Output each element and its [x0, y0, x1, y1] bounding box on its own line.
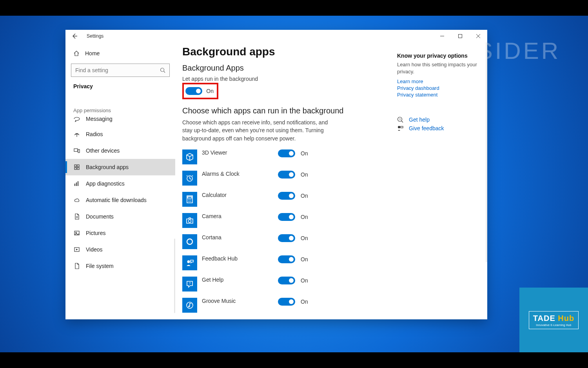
app-toggle-state: On [301, 193, 308, 199]
link-learn-more[interactable]: Learn more [397, 78, 483, 84]
sidebar-item-label: Videos [86, 246, 103, 253]
link-privacy-statement[interactable]: Privacy statement [397, 92, 483, 98]
sidebar-item-file-system[interactable]: File system [65, 258, 175, 274]
app-toggle-state: On [301, 214, 308, 220]
sidebar-item-automatic-file-downloads[interactable]: Automatic file downloads [65, 192, 175, 208]
content-area: Background apps Background Apps Let apps… [175, 42, 487, 319]
toggle-knob-icon [196, 89, 201, 93]
toggle-knob-icon [289, 299, 294, 304]
app-name-label: Calculator [202, 192, 276, 198]
music-icon [182, 298, 197, 313]
sidebar: Home Privacy App permissions MessagingRa… [65, 42, 175, 319]
app-toggle-state: On [301, 299, 308, 305]
app-toggle[interactable] [278, 255, 295, 263]
tadehub-tagline: Innovative E-Learning Hub [533, 324, 574, 326]
help-icon: ? [182, 277, 197, 291]
sidebar-item-radios[interactable]: Radios [65, 126, 175, 142]
cloud-icon [73, 197, 80, 203]
give-feedback-row[interactable]: Give feedback [397, 125, 483, 131]
home-nav-item[interactable]: Home [65, 46, 175, 61]
sidebar-item-pictures[interactable]: Pictures [65, 225, 175, 241]
svg-rect-9 [74, 165, 76, 167]
main-column: Background apps Background Apps Let apps… [175, 42, 397, 319]
sidebar-item-documents[interactable]: Documents [65, 208, 175, 225]
sidepanel-title: Know your privacy options [397, 53, 483, 59]
app-toggle[interactable] [278, 149, 295, 157]
settings-window: Settings Home [65, 30, 487, 319]
app-toggle[interactable] [278, 213, 295, 221]
tadehub-text-a: TADE [533, 314, 558, 322]
grid-icon [73, 164, 80, 170]
app-toggle-wrap: On [278, 234, 308, 242]
app-row-calculator: CalculatorOn [182, 192, 388, 207]
toggle-knob-icon [289, 215, 294, 219]
app-row-alarms-clock: Alarms & ClockOn [182, 171, 388, 186]
sidebar-item-other-devices[interactable]: Other devices [65, 142, 175, 159]
tadehub-badge: TADE Hub Innovative E-Learning Hub [519, 288, 588, 352]
svg-rect-8 [78, 149, 80, 153]
devices-icon [73, 148, 80, 154]
app-name-label: Camera [202, 213, 276, 219]
feedback-icon [182, 255, 197, 270]
search-container [71, 64, 170, 77]
sidebar-item-videos[interactable]: Videos [65, 241, 175, 258]
search-icon [160, 67, 165, 73]
app-toggle-wrap: On [278, 277, 308, 284]
app-row-camera: CameraOn [182, 213, 388, 228]
app-row-get-help: ?Get HelpOn [182, 277, 388, 291]
maximize-button[interactable] [451, 30, 469, 42]
sidebar-item-background-apps[interactable]: Background apps [65, 159, 175, 175]
close-button[interactable] [469, 30, 487, 42]
svg-rect-13 [74, 184, 75, 186]
svg-point-24 [188, 199, 189, 200]
get-help-row[interactable]: ? Get help [397, 117, 483, 123]
give-feedback-link[interactable]: Give feedback [409, 125, 444, 131]
give-feedback-icon [397, 125, 404, 131]
diag-icon [73, 180, 80, 187]
app-toggle[interactable] [278, 192, 295, 200]
svg-point-27 [188, 201, 189, 202]
window-controls [433, 30, 487, 42]
app-toggle-wrap: On [278, 149, 308, 157]
app-name-label: Get Help [202, 277, 276, 283]
get-help-link[interactable]: Get help [409, 117, 430, 123]
app-toggle-wrap: On [278, 192, 308, 200]
app-toggle[interactable] [278, 171, 295, 179]
clock-icon [182, 171, 197, 186]
app-toggle[interactable] [278, 298, 295, 306]
letterbox-top [0, 0, 588, 16]
svg-line-5 [164, 71, 165, 73]
svg-line-39 [401, 121, 403, 122]
section2-desc: Choose which apps can receive info, send… [182, 118, 335, 142]
sidebar-item-messaging[interactable]: Messaging [65, 116, 175, 126]
app-toggle-wrap: On [278, 171, 308, 179]
app-toggle[interactable] [278, 277, 295, 284]
toggle-knob-icon [289, 236, 294, 240]
link-privacy-dashboard[interactable]: Privacy dashboard [397, 85, 483, 91]
svg-rect-15 [78, 181, 78, 186]
master-toggle-label: Let apps run in the background [182, 76, 388, 82]
svg-text:?: ? [189, 281, 191, 285]
back-button[interactable] [65, 33, 83, 39]
sidebar-item-label: Radios [86, 131, 103, 137]
search-input[interactable] [75, 67, 160, 73]
minimize-button[interactable] [433, 30, 451, 42]
section2-title: Choose which apps can run in the backgro… [182, 106, 388, 115]
circle-icon [182, 234, 197, 249]
content-scrollbar[interactable] [486, 42, 487, 262]
master-toggle[interactable] [185, 87, 202, 95]
search-box[interactable] [71, 64, 170, 77]
svg-point-31 [189, 220, 191, 222]
app-toggle-state: On [301, 277, 308, 284]
svg-rect-7 [74, 149, 78, 151]
svg-point-19 [76, 232, 77, 233]
app-toggle-state: On [301, 256, 308, 262]
toggle-knob-icon [289, 257, 294, 262]
titlebar: Settings [65, 30, 487, 42]
sidebar-item-label: Documents [86, 213, 114, 220]
toggle-knob-icon [289, 193, 294, 198]
sidebar-item-app-diagnostics[interactable]: App diagnostics [65, 175, 175, 192]
app-toggle[interactable] [278, 234, 295, 242]
app-toggle-wrap: On [278, 298, 308, 306]
back-arrow-icon [71, 33, 78, 39]
